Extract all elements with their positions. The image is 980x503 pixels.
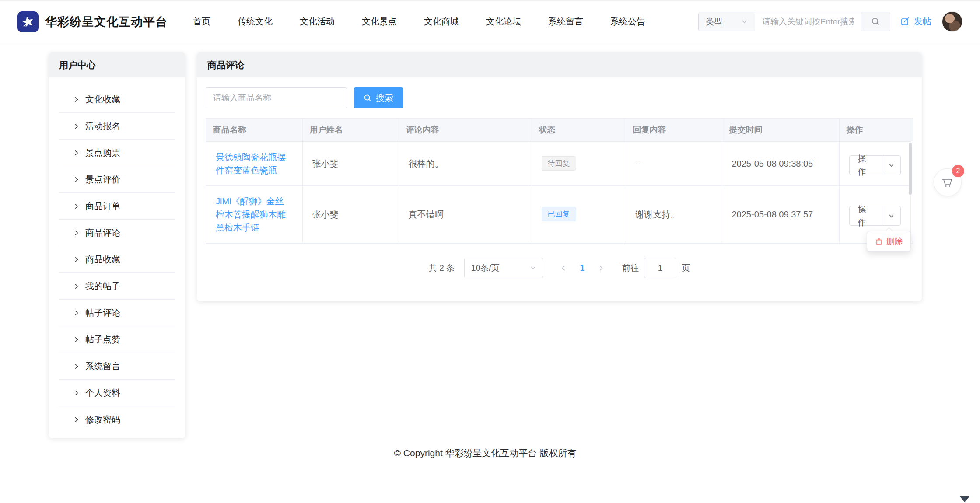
sidebar-item-label: 活动报名 [85,120,120,132]
col-submit-time: 提交时间 [722,119,839,141]
post-button-label: 发帖 [914,16,931,28]
prev-page-button[interactable] [554,258,573,278]
trash-icon [875,238,883,245]
chevron-down-icon [741,18,748,25]
product-link[interactable]: JiMi《醒狮》金丝檀木菩提醒狮木雕黑檀木手链 [216,195,293,234]
page-unit-label: 页 [682,262,690,274]
footer-copyright: © Copyright 华彩纷呈文化互动平台 版权所有 [49,447,922,459]
user-center-sidebar: 用户中心 文化收藏 活动报名 景点购票 景点评价 商品订单 [49,52,186,438]
nav-item-home[interactable]: 首页 [193,16,210,28]
scroll-down-icon[interactable] [960,496,970,502]
action-caret[interactable] [882,156,900,175]
cell-comment: 很棒的。 [399,141,532,185]
sidebar-item-post-comments[interactable]: 帖子评论 [59,300,175,326]
sidebar-item-product-comments[interactable]: 商品评论 [59,220,175,246]
cart-icon [941,176,954,189]
nav-item-system-notice[interactable]: 系统公告 [610,16,645,28]
cell-user-name: 张小斐 [302,141,399,185]
table-header-row: 商品名称 用户姓名 评论内容 状态 回复内容 提交时间 操作 [206,119,910,141]
sidebar-item-activity-signup[interactable]: 活动报名 [59,113,175,140]
sidebar-item-label: 商品收藏 [85,254,120,265]
product-link[interactable]: 景德镇陶瓷花瓶摆件窑变蓝色瓷瓶 [216,150,293,177]
panel-body: 搜索 商品名称 用户姓名 评论内容 状态 回复内容 [197,77,922,278]
brand-title: 华彩纷呈文化互动平台 [45,14,168,30]
action-button-label: 操作 [850,206,882,225]
nav-item-traditional-culture[interactable]: 传统文化 [238,16,273,28]
sidebar-item-label: 商品评论 [85,227,120,239]
sidebar-item-my-posts[interactable]: 我的帖子 [59,273,175,300]
nav-item-culture-scenic[interactable]: 文化景点 [362,16,397,28]
post-button[interactable]: 发帖 [901,16,931,28]
cell-comment: 真不错啊 [399,185,532,243]
page-size-value: 10条/页 [471,262,499,274]
sidebar-item-label: 景点购票 [85,147,120,159]
chevron-down-icon [530,265,536,271]
cell-reply: 谢谢支持。 [626,185,722,243]
nav-item-system-message[interactable]: 系统留言 [548,16,583,28]
sidebar-item-scenic-tickets[interactable]: 景点购票 [59,140,175,166]
pager: 1 [554,258,611,278]
topbar-right: 类型 发帖 [698,11,962,32]
chevron-right-icon [73,363,80,370]
product-comments-panel: 商品评论 搜索 [197,52,922,301]
cell-time: 2025-05-08 09:37:57 [722,185,839,243]
nav-item-culture-activity[interactable]: 文化活动 [300,16,335,28]
sidebar-item-culture-favorites[interactable]: 文化收藏 [59,86,175,113]
sidebar-item-label: 商品订单 [85,200,120,212]
header-search-button[interactable] [861,12,890,31]
sidebar-item-scenic-reviews[interactable]: 景点评价 [59,166,175,193]
brand[interactable]: 华彩纷呈文化互动平台 [18,11,168,32]
chevron-right-icon [73,336,80,343]
search-icon [871,17,880,26]
sidebar-item-post-likes[interactable]: 帖子点赞 [59,326,175,353]
chevron-right-icon [73,256,80,263]
chevron-down-icon [888,162,895,168]
row-action-button[interactable]: 操作 [849,206,901,226]
page-number-current[interactable]: 1 [573,263,592,273]
sidebar-item-product-orders[interactable]: 商品订单 [59,193,175,220]
brand-logo [18,11,38,32]
panel-title: 商品评论 [197,52,922,77]
cart-badge: 2 [952,165,964,177]
col-actions: 操作 [839,119,910,141]
pagination-total: 共 2 条 [429,262,455,274]
sidebar-menu: 文化收藏 活动报名 景点购票 景点评价 商品订单 商品评论 [49,77,186,433]
table-scrollbar-thumb[interactable] [909,143,912,195]
chevron-right-icon [73,310,80,316]
action-button-label: 操作 [850,156,882,175]
sidebar-item-profile[interactable]: 个人资料 [59,380,175,406]
chevron-right-icon [73,230,80,236]
user-avatar[interactable] [942,11,962,32]
status-badge: 待回复 [542,156,576,171]
comments-table: 商品名称 用户姓名 评论内容 状态 回复内容 提交时间 操作 景德镇陶瓷花瓶摆件… [206,118,913,244]
page: 华彩纷呈文化互动平台 首页 传统文化 文化活动 文化景点 文化商城 文化论坛 系… [0,0,980,503]
chevron-right-icon [73,96,80,103]
sidebar-item-change-password[interactable]: 修改密码 [59,406,175,433]
sidebar-item-label: 我的帖子 [85,280,120,292]
top-navbar: 华彩纷呈文化互动平台 首页 传统文化 文化活动 文化景点 文化商城 文化论坛 系… [0,0,980,42]
chevron-right-icon [73,390,80,396]
search-icon [364,94,372,102]
chevron-right-icon [73,150,80,156]
nav-item-culture-mall[interactable]: 文化商城 [424,16,459,28]
edit-icon [901,17,910,26]
search-button[interactable]: 搜索 [354,87,403,108]
page-size-select[interactable]: 10条/页 [464,258,543,278]
cart-button[interactable]: 2 [934,168,962,196]
goto-page-input[interactable] [644,258,676,278]
type-select[interactable]: 类型 [699,12,755,31]
row-action-button[interactable]: 操作 [849,155,901,175]
delete-menu-item[interactable]: 删除 [875,236,903,247]
sidebar-item-product-favorites[interactable]: 商品收藏 [59,246,175,273]
type-select-value: 类型 [706,16,722,28]
keyword-search-input[interactable] [755,12,861,31]
status-badge: 已回复 [542,207,576,221]
nav-item-culture-forum[interactable]: 文化论坛 [486,16,521,28]
chevron-right-icon [73,123,80,129]
next-page-button[interactable] [592,258,611,278]
action-caret[interactable] [882,206,900,225]
sidebar-item-system-message[interactable]: 系统留言 [59,353,175,380]
product-name-input[interactable] [206,87,347,108]
cell-time: 2025-05-08 09:38:05 [722,141,839,185]
sidebar-title: 用户中心 [49,52,186,77]
